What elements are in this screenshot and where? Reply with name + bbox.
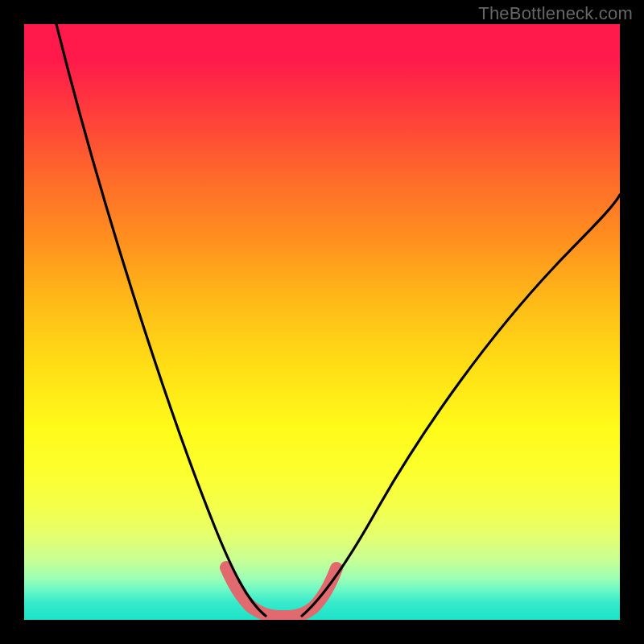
- watermark-text: TheBottleneck.com: [478, 3, 633, 24]
- curves-svg: [24, 24, 620, 620]
- chart-frame: TheBottleneck.com: [0, 0, 644, 644]
- curve-bottom-highlight: [226, 568, 336, 617]
- plot-area: [24, 24, 620, 620]
- curve-right-branch: [302, 195, 620, 616]
- curve-left-branch: [56, 24, 266, 616]
